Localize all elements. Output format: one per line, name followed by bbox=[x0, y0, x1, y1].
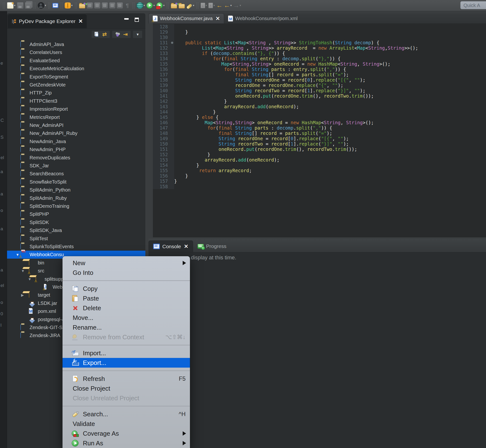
code-line-142[interactable]: 142 } bbox=[153, 99, 486, 104]
chevron-down-icon[interactable]: ▼ bbox=[21, 269, 25, 273]
code-line-146[interactable]: 146 Map<String,String> oneRecord = new H… bbox=[153, 120, 486, 125]
run-config-icon[interactable]: ▾ bbox=[156, 2, 165, 9]
last-edit-icon[interactable]: ← bbox=[216, 2, 222, 8]
split-plugin-icon[interactable]: ▾ bbox=[65, 2, 73, 8]
menu-item-move[interactable]: Move... bbox=[63, 313, 190, 323]
tree-item-getzendeskvote[interactable]: GetZendeskVote bbox=[7, 81, 145, 89]
menu-item-run-as[interactable]: Run As bbox=[63, 438, 190, 448]
code-line-149[interactable]: 149 String recordOne = record[0].replace… bbox=[153, 136, 486, 141]
link-with-editor-icon[interactable]: ⇄ bbox=[102, 31, 107, 38]
quick-access-input[interactable]: Quick A bbox=[460, 1, 486, 9]
profile-icon[interactable]: ▾ bbox=[38, 2, 46, 9]
code-line-148[interactable]: 148 final String[] record = parts.split(… bbox=[153, 130, 486, 136]
import-projects-icon[interactable] bbox=[79, 2, 85, 8]
code-line-139[interactable]: 139 recordOne = recordOne.replace("{", "… bbox=[153, 83, 486, 88]
code-line-158[interactable]: 158 bbox=[153, 184, 486, 189]
maximize-view-button[interactable] bbox=[134, 18, 140, 23]
run-icon[interactable]: ▾ bbox=[146, 2, 155, 9]
code-area[interactable]: 128129 }130131 public static List<Map<St… bbox=[153, 24, 486, 189]
code-line-137[interactable]: 137 final String[] record = parts.split(… bbox=[153, 72, 486, 77]
menu-item-copy[interactable]: Copy bbox=[63, 284, 190, 294]
view-menu-icon[interactable]: ▼ bbox=[136, 32, 139, 36]
tree-item-snowflaketosplit[interactable]: SnowflakeToSplit bbox=[7, 178, 145, 186]
code-line-145[interactable]: 145 } else { bbox=[153, 114, 486, 120]
tree-item-new-adminapi[interactable]: New_AdminAPI bbox=[7, 121, 145, 129]
back-icon[interactable]: ←▾ bbox=[224, 2, 232, 8]
tree-item-splittest[interactable]: SplitTest bbox=[7, 235, 145, 243]
tree-item-splitadmin-python[interactable]: SplitAdmin_Python bbox=[7, 186, 145, 194]
tree-item-newadmin-java[interactable]: NewAdmin_Java bbox=[7, 137, 145, 145]
tree-item-splunktosplitevents[interactable]: SplunkToSplitEvents bbox=[7, 243, 145, 251]
search-torch-icon[interactable]: ▾ bbox=[186, 3, 194, 8]
tree-item-splitsdk-java[interactable]: SplitSDK_Java bbox=[7, 226, 145, 234]
dropdown-arrow-icon[interactable]: ▾ bbox=[71, 4, 73, 7]
code-line-147[interactable]: 147 for(final String parts : decomp.spli… bbox=[153, 125, 486, 130]
menu-item-coverage-as[interactable]: Coverage As bbox=[63, 429, 190, 438]
code-line-138[interactable]: 138 String recordOne = record[0].replace… bbox=[153, 77, 486, 83]
menu-item-new[interactable]: New bbox=[63, 258, 190, 268]
close-icon[interactable]: ✕ bbox=[216, 16, 220, 22]
tree-item-impressionreport[interactable]: ImpressionReport bbox=[7, 105, 145, 113]
code-line-132[interactable]: 132 List<Map<String , String>> arrayReco… bbox=[153, 45, 486, 51]
code-line-130[interactable]: 130 bbox=[153, 35, 486, 40]
code-line-152[interactable]: 152 } bbox=[153, 152, 486, 157]
tree-item-searchbeacons[interactable]: SearchBeacons bbox=[7, 170, 145, 178]
console-tab-progress[interactable]: Progress bbox=[193, 240, 231, 252]
open-folder-icon[interactable] bbox=[171, 2, 177, 8]
tree-item-correlateusers[interactable]: CorrelateUsers bbox=[7, 48, 145, 56]
tab-pydev-package-explorer[interactable]: PyDev Package Explorer ✕ bbox=[8, 14, 87, 28]
menu-item-search[interactable]: Search...^H bbox=[63, 409, 190, 419]
menu-item-delete[interactable]: ×Delete bbox=[63, 303, 190, 313]
chevron-down-icon[interactable]: ▼ bbox=[16, 253, 19, 257]
tree-item-httpclient3[interactable]: HTTPClient3 bbox=[7, 97, 145, 105]
code-line-136[interactable]: 136 for(final String parts : entry.split… bbox=[153, 67, 486, 72]
dropdown-arrow-icon[interactable]: ▾ bbox=[14, 4, 16, 7]
dropdown-arrow-icon[interactable]: ▾ bbox=[240, 4, 241, 7]
dropdown-arrow-icon[interactable]: ▾ bbox=[144, 4, 145, 7]
focus-on-active-task-icon[interactable]: ⇥ bbox=[123, 31, 128, 38]
tree-item-removeduplicates[interactable]: RemoveDuplicates bbox=[7, 154, 145, 162]
tree-item-exporttosegment[interactable]: ExportToSegment bbox=[7, 73, 145, 81]
dropdown-arrow-icon[interactable]: ▾ bbox=[45, 4, 46, 7]
menu-item-validate[interactable]: Validate bbox=[63, 419, 190, 429]
code-line-135[interactable]: 135 Map<String,String> oneRecord = new H… bbox=[153, 61, 486, 67]
code-line-155[interactable]: 155 return arrayRecord; bbox=[153, 168, 486, 173]
code-line-134[interactable]: 134 for(final String entry : decomp.spli… bbox=[153, 56, 486, 61]
code-line-141[interactable]: 141 oneRecord.put(recordOne.trim(), reco… bbox=[153, 93, 486, 99]
tree-item-http-zip[interactable]: HTTP_Zip bbox=[7, 89, 145, 97]
code-line-156[interactable]: 156 } bbox=[153, 173, 486, 178]
editor-tab-webhookconsumer-java[interactable]: JWebhookConsumer.java✕ bbox=[148, 13, 224, 24]
tree-item-newadmin-php[interactable]: NewAdmin_PHP bbox=[7, 145, 145, 153]
code-line-129[interactable]: 129 } bbox=[153, 29, 486, 35]
editor-tab-webhookconsumer-pom-xml[interactable]: MWebhookConsumer/pom.xml bbox=[224, 13, 302, 24]
code-line-133[interactable]: 133 if (decomp.contains("}, {")) { bbox=[153, 51, 486, 56]
dropdown-arrow-icon[interactable]: ▾ bbox=[206, 4, 207, 7]
console-display-icon[interactable] bbox=[52, 3, 58, 8]
code-line-150[interactable]: 150 String recordTwo = record[1].replace… bbox=[153, 141, 486, 146]
code-line-128[interactable]: 128 bbox=[153, 24, 486, 29]
menu-item-refresh[interactable]: RefreshF5 bbox=[63, 374, 190, 384]
close-icon[interactable]: ✕ bbox=[78, 18, 83, 24]
new-wizard-icon[interactable]: ▾ bbox=[7, 2, 16, 9]
chevron-right-icon[interactable]: ▶ bbox=[21, 293, 24, 297]
tree-item-sdk-jar[interactable]: SDK_Jar bbox=[7, 162, 145, 170]
tree-item-splitdemotraining[interactable]: SplitDemoTraining bbox=[7, 202, 145, 210]
tree-item-splitphp[interactable]: SplitPHP bbox=[7, 210, 145, 218]
menu-item-export[interactable]: Export... bbox=[63, 358, 190, 368]
menu-item-import[interactable]: Import... bbox=[63, 348, 190, 358]
tree-item-evaluateseed[interactable]: EvaluateSeed bbox=[7, 57, 145, 65]
code-line-140[interactable]: 140 String recordTwo = record[1].replace… bbox=[153, 88, 486, 93]
debug-bug-icon[interactable]: ▾ bbox=[137, 2, 145, 9]
menu-item-rename[interactable]: Rename... bbox=[63, 323, 190, 332]
dropdown-arrow-icon[interactable]: ▾ bbox=[153, 4, 155, 7]
tree-item-splitsdk[interactable]: SplitSDK bbox=[7, 218, 145, 226]
code-line-151[interactable]: 151 oneRecord.put(recordOne.trim(), reco… bbox=[153, 146, 486, 152]
dropdown-arrow-icon[interactable]: ▾ bbox=[213, 4, 215, 7]
menu-item-go-into[interactable]: Go Into bbox=[63, 268, 190, 278]
dropdown-arrow-icon[interactable]: ▾ bbox=[230, 4, 232, 7]
dropdown-arrow-icon[interactable]: ▾ bbox=[163, 4, 165, 7]
tree-item-new-adminapi-ruby[interactable]: New_AdminAPI_Ruby bbox=[7, 129, 145, 137]
code-line-144[interactable]: 144 } bbox=[153, 109, 486, 114]
dropdown-arrow-icon[interactable]: ▾ bbox=[193, 4, 194, 7]
code-line-153[interactable]: 153 arrayRecord.add(oneRecord); bbox=[153, 157, 486, 162]
